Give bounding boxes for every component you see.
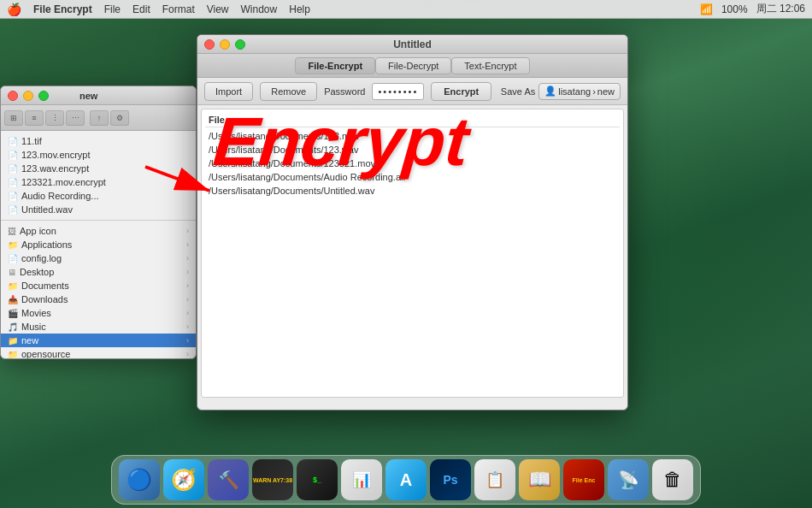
- tab-file-encrypt[interactable]: File-Encrypt: [295, 57, 375, 74]
- dock-fileencrypt[interactable]: File Enc: [563, 459, 604, 500]
- finder-titlebar: new: [1, 86, 196, 105]
- file-list-item[interactable]: /Users/lisatang/Documents/123321.mov: [205, 157, 620, 170]
- folder-icon: 📁: [8, 350, 18, 359]
- dock-console[interactable]: WARN AY7:38: [252, 459, 293, 500]
- dock-airdrop[interactable]: 📡: [608, 459, 649, 500]
- dock-ibooks[interactable]: 📖: [519, 459, 560, 500]
- file-list-item[interactable]: /Users/lisatang/Documents/Audio Recordin…: [205, 170, 620, 184]
- password-input[interactable]: ••••••••: [372, 83, 424, 100]
- file-list-item[interactable]: /Users/lisatang/Documents/Untitled.wav: [205, 184, 620, 198]
- sidebar-item-downloads[interactable]: 📥 Downloads ›: [1, 292, 196, 306]
- password-label: Password: [324, 86, 365, 97]
- app-close-button[interactable]: [204, 39, 215, 50]
- sidebar-item-movies[interactable]: 🎬 Movies ›: [1, 306, 196, 320]
- clock: 周二 12:06: [756, 2, 805, 16]
- dock: 🔵 🧭 🔨 WARN AY7:38 $_ 📊 A Ps 📋 📖 Fi: [111, 455, 701, 505]
- apple-menu[interactable]: 🍎: [7, 3, 21, 16]
- file-list-container[interactable]: File name /Users/lisatang/Documents/123.…: [201, 109, 624, 398]
- dock-appstore[interactable]: A: [385, 459, 427, 500]
- menu-edit[interactable]: Edit: [132, 3, 150, 15]
- sidebar-label: 11.tif: [21, 136, 42, 146]
- menubar-left: 🍎 File Encrypt File Edit Format View Win…: [7, 3, 310, 16]
- view-icon-3[interactable]: ⋮: [45, 110, 64, 126]
- sidebar-item-applications[interactable]: 📁 Applications ›: [1, 238, 196, 251]
- chevron-right-icon: ›: [186, 254, 189, 263]
- sidebar-item-documents[interactable]: 📁 Documents ›: [1, 279, 196, 292]
- import-button[interactable]: Import: [204, 82, 253, 101]
- sidebar-item-config[interactable]: 📄 config.log ›: [1, 251, 196, 265]
- dock-photoshop[interactable]: Ps: [430, 459, 471, 500]
- save-path-user: lisatang: [558, 86, 591, 97]
- sidebar-label: Music: [21, 322, 46, 332]
- file-icon: 📄: [8, 178, 18, 187]
- sidebar-item-opensource[interactable]: 📁 opensource ›: [1, 347, 196, 358]
- chevron-right-icon: ›: [186, 268, 189, 276]
- app-menu-name[interactable]: File Encrypt: [33, 3, 92, 15]
- dock-xcode[interactable]: 🔨: [208, 459, 249, 500]
- sidebar-item-desktop[interactable]: 🖥 Desktop ›: [1, 265, 196, 279]
- chevron-right-icon: ›: [186, 281, 189, 290]
- action-icon[interactable]: ⚙: [110, 110, 129, 126]
- app-maximize-button[interactable]: [235, 39, 245, 50]
- sidebar-label: opensource: [21, 349, 71, 358]
- maximize-button[interactable]: [38, 91, 49, 101]
- dock-safari[interactable]: 🧭: [163, 459, 204, 500]
- finder-sidebar: 📄 11.tif 📄 123.mov.encrypt 📄 123.wav.enc…: [1, 131, 196, 358]
- sidebar-label: App icon: [20, 226, 56, 236]
- arrow-right-icon: ›: [592, 86, 596, 97]
- desktop: 🍎 File Encrypt File Edit Format View Win…: [0, 0, 812, 508]
- minimize-button[interactable]: [23, 91, 33, 101]
- menu-view[interactable]: View: [207, 3, 229, 15]
- remove-button[interactable]: Remove: [260, 82, 317, 101]
- view-icon-4[interactable]: ⋯: [66, 110, 85, 126]
- close-button[interactable]: [8, 91, 18, 101]
- dock-activity-monitor[interactable]: 📊: [341, 459, 382, 500]
- sidebar-item-untitled[interactable]: 📄 Untitled.wav: [1, 203, 196, 216]
- sidebar-label: 123321.mov.encrypt: [21, 177, 106, 187]
- tab-text-encrypt[interactable]: Text-Encrypt: [451, 57, 529, 74]
- view-icon-1[interactable]: ⊞: [4, 110, 23, 126]
- app-toolbar: Import Remove Password •••••••• Encrypt …: [197, 78, 627, 105]
- share-icon[interactable]: ↑: [90, 110, 109, 126]
- sidebar-label: Desktop: [20, 267, 54, 277]
- sidebar-label: Audio Recording...: [21, 191, 99, 201]
- folder-icon: 🎵: [8, 322, 18, 332]
- dock-filemerge[interactable]: 📋: [474, 459, 515, 500]
- sidebar-label: Downloads: [21, 294, 68, 304]
- sidebar-label: 123.wav.encrypt: [21, 163, 89, 174]
- file-list-item[interactable]: /Users/lisatang/Documents/123.mov: [205, 129, 620, 143]
- file-icon: 📄: [8, 151, 18, 160]
- save-path[interactable]: 👤 lisatang › new: [538, 83, 621, 100]
- sidebar-label: Movies: [21, 308, 51, 318]
- save-as-area: Save As 👤 lisatang › new: [501, 83, 621, 100]
- folder-icon: 📥: [8, 295, 18, 304]
- dock-terminal[interactable]: $_: [297, 459, 338, 500]
- sidebar-item-audio[interactable]: 📄 Audio Recording...: [1, 189, 196, 203]
- menu-format[interactable]: Format: [162, 3, 195, 15]
- menu-help[interactable]: Help: [289, 3, 310, 15]
- view-icon-2[interactable]: ≡: [25, 110, 44, 126]
- sidebar-item-11tif[interactable]: 📄 11.tif: [1, 134, 196, 148]
- sidebar-item-123321[interactable]: 📄 123321.mov.encrypt: [1, 175, 196, 189]
- dock-finder[interactable]: 🔵: [119, 459, 160, 500]
- menu-window[interactable]: Window: [241, 3, 278, 15]
- chevron-right-icon: ›: [186, 240, 189, 249]
- sidebar-item-123mov[interactable]: 📄 123.mov.encrypt: [1, 148, 196, 162]
- chevron-right-icon: ›: [186, 336, 189, 345]
- app-minimize-button[interactable]: [220, 39, 230, 50]
- sidebar-label: new: [21, 335, 38, 346]
- file-icon: 📄: [8, 205, 18, 215]
- dock-trash[interactable]: 🗑: [652, 459, 693, 500]
- encrypt-button[interactable]: Encrypt: [431, 82, 491, 101]
- file-list-item[interactable]: /Users/lisatang/Documents/123.wav: [205, 143, 620, 157]
- battery-status: 100%: [721, 3, 748, 15]
- folder-icon: 🖥: [8, 268, 16, 277]
- sidebar-item-appicon[interactable]: 🖼 App icon ›: [1, 224, 196, 238]
- sidebar-item-123wav[interactable]: 📄 123.wav.encrypt: [1, 162, 196, 175]
- menu-file[interactable]: File: [104, 3, 121, 15]
- sidebar-label: Untitled.wav: [21, 204, 73, 215]
- finder-title: new: [79, 91, 97, 101]
- sidebar-item-new[interactable]: 📁 new ›: [1, 334, 196, 347]
- sidebar-item-music[interactable]: 🎵 Music ›: [1, 320, 196, 334]
- tab-file-decrypt[interactable]: File-Decrypt: [375, 57, 451, 74]
